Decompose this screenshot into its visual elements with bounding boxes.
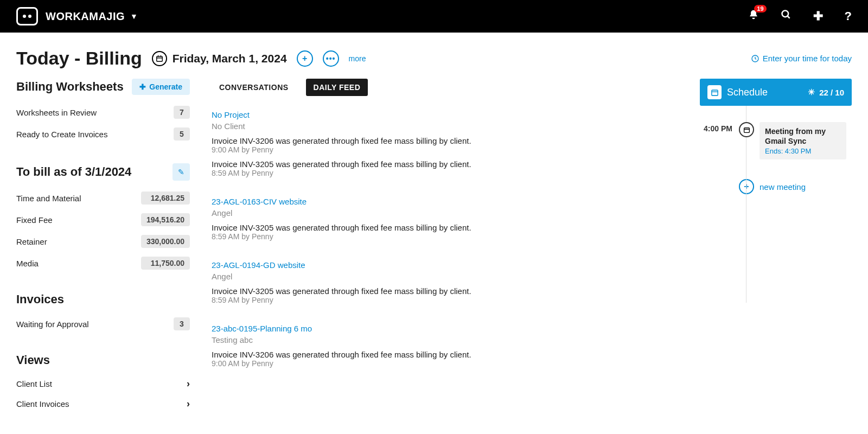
views-title: Views [16, 353, 190, 367]
count-badge: 5 [174, 127, 190, 141]
media-row[interactable]: Media11,750.00 [16, 252, 190, 274]
invoices-section: Invoices Waiting for Approval3 [16, 292, 190, 335]
schedule-header[interactable]: Schedule ☀ 22 / 10 [700, 79, 852, 106]
topbar-right: 19 ✚ ? [748, 9, 852, 23]
topbar-left: WORKAMAJIG ▼ [16, 7, 138, 25]
tab-conversations[interactable]: CONVERSATIONS [212, 79, 296, 96]
feed-item: Invoice INV-3206 was generated through f… [212, 350, 678, 368]
calendar-icon [707, 85, 722, 99]
feed-tabs: CONVERSATIONS DAILY FEED [212, 79, 678, 96]
time-material-row[interactable]: Time and Material12,681.25 [16, 187, 190, 209]
to-bill-section: To bill as of 3/1/2024 ✎ Time and Materi… [16, 163, 190, 274]
new-meeting-label: new meeting [760, 182, 806, 192]
page-title: Today - Billing [16, 48, 142, 69]
amount-badge: 194,516.20 [141, 213, 190, 226]
more-link[interactable]: more [349, 54, 366, 63]
client-name: Angel [212, 272, 678, 281]
new-meeting-button[interactable]: + new meeting [739, 179, 852, 194]
add-button[interactable]: + [297, 50, 313, 67]
worksheets-in-review-row[interactable]: Worksheets in Review 7 [16, 101, 190, 123]
amount-badge: 12,681.25 [141, 192, 190, 205]
project-link[interactable]: 23-AGL-0163-CIV website [212, 197, 678, 206]
retainer-row[interactable]: Retainer330,000.00 [16, 231, 190, 252]
feed-group: No Project No Client Invoice INV-3206 wa… [212, 110, 678, 177]
date-text: Friday, March 1, 2024 [173, 52, 287, 65]
search-icon[interactable] [781, 9, 792, 23]
chevron-right-icon: › [187, 378, 190, 390]
schedule-title: Schedule [727, 87, 768, 98]
client-name: No Client [212, 122, 678, 131]
notifications-icon[interactable]: 19 [748, 9, 759, 23]
app-switcher-chevron-icon[interactable]: ▼ [130, 12, 138, 21]
feed-group: 23-abc-0195-Planning 6 mo Testing abc In… [212, 324, 678, 368]
client-list-view[interactable]: Client List› [16, 374, 190, 394]
waiting-approval-row[interactable]: Waiting for Approval3 [16, 313, 190, 335]
billing-worksheets-title: Billing Worksheets [16, 80, 124, 94]
amount-badge: 11,750.00 [141, 257, 190, 270]
views-section: Views Client List› Client Invoices› [16, 353, 190, 414]
page-header: Today - Billing Friday, March 1, 2024 + … [0, 33, 868, 79]
project-link[interactable]: 23-abc-0195-Planning 6 mo [212, 324, 678, 333]
project-link[interactable]: 23-AGL-0194-GD website [212, 260, 678, 270]
schedule-event[interactable]: 4:00 PM Meeting from my Gmail Sync Ends:… [739, 122, 852, 170]
feed-group: 23-AGL-0194-GD website Angel Invoice INV… [212, 260, 678, 304]
amount-badge: 330,000.00 [141, 235, 190, 248]
svg-rect-2 [156, 56, 162, 61]
notif-badge: 19 [754, 5, 766, 12]
enter-time-link[interactable]: Enter your time for today [751, 54, 852, 63]
top-bar: WORKAMAJIG ▼ 19 ✚ ? [0, 0, 868, 33]
plus-icon: + [739, 179, 754, 194]
invoices-title: Invoices [16, 292, 190, 307]
date-display[interactable]: Friday, March 1, 2024 [152, 51, 287, 66]
svg-point-0 [782, 11, 788, 17]
to-bill-title: To bill as of 3/1/2024 [16, 165, 131, 179]
sun-icon: ☀ [808, 87, 815, 97]
client-invoices-view[interactable]: Client Invoices› [16, 394, 190, 414]
client-name: Testing abc [212, 335, 678, 344]
more-menu-button[interactable]: ••• [323, 50, 339, 67]
feed-group: 23-AGL-0163-CIV website Angel Invoice IN… [212, 197, 678, 241]
svg-line-1 [787, 16, 789, 18]
billing-worksheets-section: Billing Worksheets ✚Generate Worksheets … [16, 79, 190, 145]
event-end: Ends: 4:30 PM [765, 147, 841, 155]
schedule-panel: Schedule ☀ 22 / 10 4:00 PM Meeting from … [700, 79, 852, 432]
center-feed: CONVERSATIONS DAILY FEED No Project No C… [206, 79, 700, 432]
svg-rect-7 [711, 90, 717, 95]
enter-time-text: Enter your time for today [763, 54, 852, 63]
project-link[interactable]: No Project [212, 110, 678, 119]
event-card: Meeting from my Gmail Sync Ends: 4:30 PM [760, 122, 846, 159]
help-icon[interactable]: ? [845, 9, 852, 23]
event-title: Meeting from my Gmail Sync [765, 126, 841, 146]
client-name: Angel [212, 208, 678, 218]
feed-item: Invoice INV-3205 was generated through f… [212, 159, 678, 177]
chevron-right-icon: › [187, 398, 190, 410]
count-badge: 3 [174, 317, 190, 330]
feed-item: Invoice INV-3206 was generated through f… [212, 136, 678, 154]
generate-button[interactable]: ✚Generate [132, 79, 190, 95]
edit-date-button[interactable]: ✎ [173, 163, 190, 181]
tab-daily-feed[interactable]: DAILY FEED [306, 79, 368, 96]
left-sidebar: Billing Worksheets ✚Generate Worksheets … [16, 79, 206, 432]
schedule-counter: 22 / 10 [819, 88, 844, 97]
calendar-icon [739, 122, 754, 137]
feed-item: Invoice INV-3205 was generated through f… [212, 223, 678, 241]
add-icon[interactable]: ✚ [813, 9, 823, 23]
app-name: WORKAMAJIG [46, 10, 125, 23]
app-logo-icon[interactable] [16, 7, 38, 25]
feed-item: Invoice INV-3205 was generated through f… [212, 286, 678, 304]
event-time: 4:00 PM [700, 124, 732, 133]
calendar-icon [152, 51, 167, 66]
schedule-timeline: 4:00 PM Meeting from my Gmail Sync Ends:… [700, 106, 852, 194]
ready-create-invoices-row[interactable]: Ready to Create Invoices 5 [16, 123, 190, 145]
count-badge: 7 [174, 106, 190, 119]
svg-rect-9 [744, 127, 749, 132]
plus-icon: ✚ [139, 82, 146, 91]
fixed-fee-row[interactable]: Fixed Fee194,516.20 [16, 209, 190, 231]
